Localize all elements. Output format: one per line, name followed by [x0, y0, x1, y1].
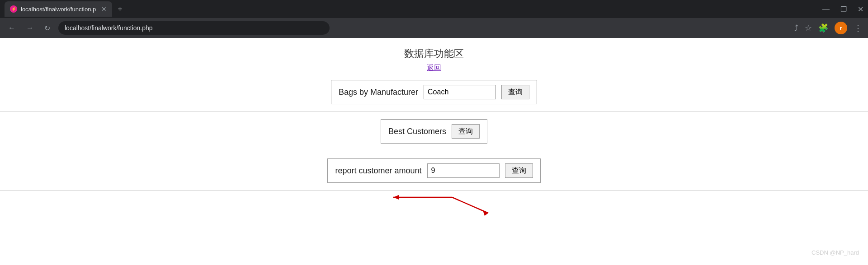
svg-line-2	[452, 197, 488, 213]
back-link[interactable]: 返回	[0, 63, 868, 73]
back-button[interactable]: ←	[5, 22, 18, 34]
svg-marker-1	[393, 195, 399, 200]
csdn-watermark: CSDN @NP_hard	[811, 249, 859, 256]
bags-form-box: Bags by Manufacturer 查询	[331, 80, 537, 104]
amount-input[interactable]	[427, 163, 500, 178]
share-icon[interactable]: ⤴	[794, 23, 798, 33]
svg-marker-3	[483, 210, 488, 216]
address-input[interactable]	[58, 21, 330, 35]
browser-tab[interactable]: ⚡ localhost/finalwork/function.p ✕	[5, 1, 112, 17]
menu-icon[interactable]: ⋮	[854, 23, 863, 33]
close-button[interactable]: ✕	[858, 5, 863, 14]
minimize-button[interactable]: —	[822, 5, 830, 13]
bookmark-icon[interactable]: ☆	[805, 23, 812, 33]
restore-button[interactable]: ❐	[840, 5, 847, 14]
report-label: report customer amount	[335, 166, 421, 176]
browser-chrome: ⚡ localhost/finalwork/function.p ✕ + — ❐…	[0, 0, 868, 18]
new-tab-button[interactable]: +	[116, 3, 124, 16]
bags-query-button[interactable]: 查询	[501, 85, 529, 99]
extensions-icon[interactable]: 🧩	[818, 23, 828, 33]
toolbar-icons: ⤴ ☆ 🧩 r ⋮	[794, 22, 863, 34]
section-best-customers: Best Customers 查询	[0, 112, 868, 151]
arrow-annotation	[0, 191, 868, 227]
forward-button[interactable]: →	[24, 22, 36, 34]
tab-title: localhost/finalwork/function.p	[21, 6, 96, 13]
customers-form-box: Best Customers 查询	[381, 119, 487, 144]
customers-query-button[interactable]: 查询	[452, 124, 480, 139]
red-arrows-svg	[0, 191, 868, 227]
profile-button[interactable]: r	[835, 22, 847, 34]
customers-label: Best Customers	[388, 127, 446, 136]
tab-favicon: ⚡	[10, 5, 17, 13]
section-bags-by-manufacturer: Bags by Manufacturer 查询	[0, 73, 868, 112]
bags-label: Bags by Manufacturer	[339, 88, 418, 97]
page-title: 数据库功能区	[0, 47, 868, 60]
report-query-button[interactable]: 查询	[505, 163, 533, 178]
address-bar-row: ← → ↻ ⤴ ☆ 🧩 r ⋮	[0, 18, 868, 38]
manufacturer-input[interactable]	[424, 85, 496, 99]
report-form-box: report customer amount 查询	[327, 158, 540, 183]
page-content: 数据库功能区 返回 Bags by Manufacturer 查询 Best C…	[0, 38, 868, 236]
section-report-customer-amount: report customer amount 查询	[0, 151, 868, 191]
reload-button[interactable]: ↻	[42, 22, 53, 34]
tab-close-button[interactable]: ✕	[101, 5, 107, 13]
